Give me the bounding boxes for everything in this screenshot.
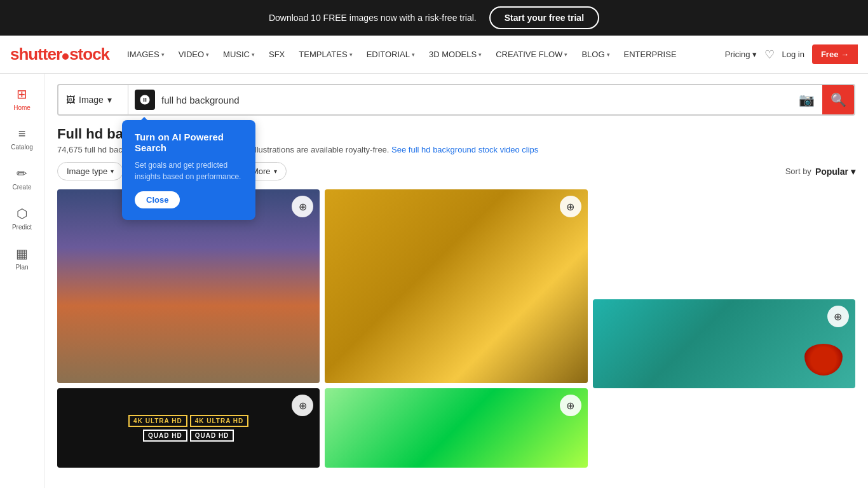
plan-icon: ▦ (16, 246, 28, 261)
image-column-2: ⊕ ⊕ (325, 189, 587, 468)
chevron-down-icon: ▾ (107, 95, 112, 105)
nav-creative-flow[interactable]: CREATIVE FLOW ▾ (489, 46, 574, 63)
image-gold (325, 189, 587, 383)
sidebar: ⊞ Home ≡ Catalog ✏ Create ⬡ Predict ▦ Pl… (0, 74, 44, 488)
chevron-down-icon: ▾ (478, 51, 482, 58)
chevron-down-icon: ▾ (252, 51, 255, 58)
video-clips-link[interactable]: See full hd background stock video clips (391, 145, 538, 154)
home-icon: ⊞ (17, 86, 27, 102)
logo[interactable]: shutterstock (10, 44, 109, 64)
chevron-down-icon: ▾ (851, 166, 855, 177)
banner-text: Download 10 FREE images now with a risk-… (269, 13, 477, 23)
badge-row-bottom: QUAD HD QUAD HD (143, 430, 234, 442)
favorites-icon[interactable]: ♡ (764, 48, 775, 62)
image-column-3: ⊕ (593, 189, 855, 468)
main-layout: ⊞ Home ≡ Catalog ✏ Create ⬡ Predict ▦ Pl… (0, 74, 868, 488)
nav-right: Pricing ▾ ♡ Log in Free → (725, 44, 858, 64)
sidebar-item-home[interactable]: ⊞ Home (0, 80, 44, 118)
chevron-down-icon: ▾ (274, 168, 277, 175)
badge-quad-hd-2: QUAD HD (190, 430, 234, 442)
chevron-down-icon: ▾ (607, 51, 610, 58)
nav-music[interactable]: MUSIC ▾ (217, 46, 261, 63)
sort-label: Sort by (785, 166, 811, 176)
create-icon: ✏ (17, 166, 27, 181)
nav-items: IMAGES ▾ VIDEO ▾ MUSIC ▾ SFX TEMPLATES ▾… (121, 46, 725, 63)
search-type-label: Image (79, 95, 104, 105)
camera-icon[interactable]: 📷 (791, 92, 822, 107)
sort-value-text: Popular (815, 166, 848, 177)
sidebar-label-plan: Plan (15, 264, 28, 271)
ai-tooltip-title: Turn on AI Powered Search (135, 132, 243, 153)
badge-row-top: 4K ULTRA HD 4K ULTRA HD (128, 415, 248, 427)
sort-value-dropdown[interactable]: Popular ▾ (815, 166, 855, 177)
nav-video[interactable]: VIDEO ▾ (172, 46, 215, 63)
search-input[interactable] (161, 85, 791, 114)
image-card-teal[interactable]: ⊕ (593, 299, 855, 388)
zoom-button[interactable]: ⊕ (560, 196, 581, 217)
sidebar-label-home: Home (13, 104, 31, 111)
catalog-icon: ≡ (18, 126, 26, 141)
badge-quad-hd-1: QUAD HD (143, 430, 187, 442)
ai-tooltip-close-button[interactable]: Close (135, 191, 180, 208)
search-type-dropdown[interactable]: 🖼 Image ▾ (58, 85, 128, 114)
sidebar-item-catalog[interactable]: ≡ Catalog (0, 120, 44, 157)
nav-pricing[interactable]: Pricing ▾ (725, 50, 757, 59)
badge-4k-ultra-hd-2: 4K ULTRA HD (190, 415, 249, 427)
image-card-4k[interactable]: 4K ULTRA HD 4K ULTRA HD QUAD HD QUAD HD … (57, 388, 320, 468)
chevron-down-icon: ▾ (161, 51, 165, 58)
trial-button[interactable]: Start your free trial (489, 6, 599, 29)
chevron-down-icon: ▾ (564, 51, 567, 58)
sidebar-item-plan[interactable]: ▦ Plan (0, 240, 44, 277)
image-column-1: ⊕ 4K ULTRA HD 4K ULTRA HD QUAD HD QUAD H… (57, 189, 320, 468)
image-teal (593, 299, 855, 388)
search-bar: 🖼 Image ▾ 📷 🔍 Turn on AI Powered Search … (57, 84, 855, 116)
badge-4k-ultra-hd-1: 4K ULTRA HD (128, 415, 187, 427)
sidebar-label-catalog: Catalog (11, 144, 32, 151)
search-submit-button[interactable]: 🔍 (822, 85, 854, 114)
sidebar-label-predict: Predict (12, 224, 32, 231)
image-4k: 4K ULTRA HD 4K ULTRA HD QUAD HD QUAD HD (57, 388, 320, 468)
nav-3dmodels[interactable]: 3D MODELS ▾ (423, 46, 488, 63)
badge-4k-container: 4K ULTRA HD 4K ULTRA HD QUAD HD QUAD HD (128, 415, 248, 442)
predict-icon: ⬡ (17, 206, 27, 221)
nav-enterprise[interactable]: ENTERPRISE (618, 46, 683, 63)
chevron-down-icon: ▾ (206, 51, 209, 58)
content-area: 🖼 Image ▾ 📷 🔍 Turn on AI Powered Search … (44, 74, 868, 488)
image-green (325, 388, 587, 468)
chevron-down-icon: ▾ (111, 168, 114, 175)
image-grid: ⊕ 4K ULTRA HD 4K ULTRA HD QUAD HD QUAD H… (57, 189, 855, 468)
sidebar-label-create: Create (12, 184, 31, 191)
free-button[interactable]: Free → (812, 44, 858, 64)
nav-blog[interactable]: BLOG ▾ (575, 46, 616, 63)
chevron-down-icon: ▾ (412, 51, 415, 58)
sidebar-item-predict[interactable]: ⬡ Predict (0, 200, 44, 237)
filter-image-type-label: Image type (67, 166, 107, 176)
filter-image-type[interactable]: Image type ▾ (57, 162, 123, 180)
ai-tooltip: Turn on AI Powered Search Set goals and … (122, 120, 255, 220)
nav-templates[interactable]: TEMPLATES ▾ (292, 46, 358, 63)
ai-tooltip-description: Set goals and get predicted insights bas… (135, 159, 243, 182)
logo-dot (62, 53, 69, 60)
navbar: shutterstock IMAGES ▾ VIDEO ▾ MUSIC ▾ SF… (0, 36, 868, 74)
ai-search-icon[interactable] (135, 90, 155, 110)
sort-section: Sort by Popular ▾ (785, 166, 855, 177)
search-type-icon: 🖼 (66, 95, 75, 105)
sidebar-item-create[interactable]: ✏ Create (0, 159, 44, 197)
chevron-down-icon: ▾ (349, 51, 353, 58)
nav-sfx[interactable]: SFX (262, 46, 291, 63)
top-banner: Download 10 FREE images now with a risk-… (0, 0, 868, 36)
chevron-down-icon: ▾ (752, 50, 757, 59)
nav-editorial[interactable]: EDITORIAL ▾ (360, 46, 421, 63)
ladybug-detail (804, 344, 843, 376)
logo-text: shutterstock (10, 44, 109, 64)
login-button[interactable]: Log in (782, 50, 804, 59)
zoom-button[interactable]: ⊕ (560, 395, 581, 416)
image-card-green[interactable]: ⊕ (325, 388, 587, 468)
nav-images[interactable]: IMAGES ▾ (121, 46, 171, 63)
image-card-gold[interactable]: ⊕ (325, 189, 587, 383)
zoom-button[interactable]: ⊕ (827, 306, 849, 327)
